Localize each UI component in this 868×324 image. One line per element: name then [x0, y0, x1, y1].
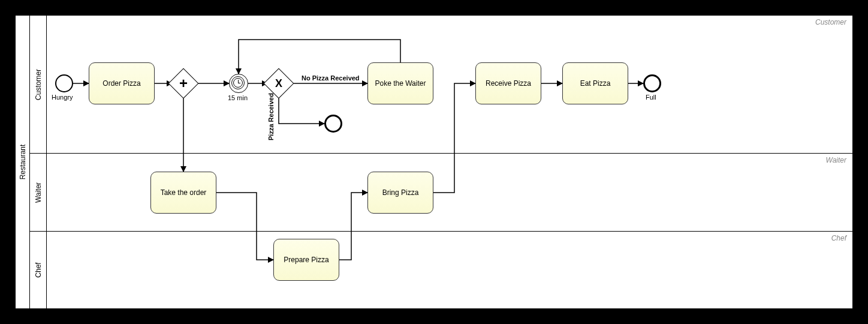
lane-header-waiter[interactable]: Waiter: [30, 154, 47, 231]
flow-label-pizza-received: Pizza Received: [267, 93, 275, 140]
task-label: Take the order: [161, 188, 207, 197]
task-eat-pizza[interactable]: Eat Pizza: [562, 62, 628, 104]
task-label: Eat Pizza: [580, 79, 611, 88]
timer-event-label: 15 min: [228, 94, 248, 101]
lane-name-chef: Chef: [34, 262, 43, 277]
task-prepare-pizza[interactable]: Prepare Pizza: [273, 239, 339, 281]
start-event[interactable]: [55, 74, 73, 92]
pool-name: Restaurant: [19, 145, 27, 180]
start-event-label: Hungry: [52, 94, 73, 101]
lane-header-chef[interactable]: Chef: [30, 232, 47, 308]
task-label: Bring Pizza: [382, 188, 419, 197]
lane-echo-chef: Chef: [831, 234, 846, 242]
diagram-canvas: Restaurant Customer Customer Waiter Wait…: [0, 0, 868, 324]
lane-name-waiter: Waiter: [34, 182, 43, 202]
task-label: Prepare Pizza: [284, 256, 328, 264]
task-poke-waiter[interactable]: Poke the Waiter: [367, 62, 433, 104]
end-event[interactable]: [643, 74, 661, 92]
intermediate-end-event[interactable]: [324, 115, 342, 133]
task-bring-pizza[interactable]: Bring Pizza: [367, 172, 433, 214]
timer-event[interactable]: [229, 74, 248, 93]
lane-echo-customer: Customer: [815, 18, 846, 26]
task-label: Receive Pizza: [486, 79, 531, 88]
lane-header-customer[interactable]: Customer: [30, 16, 47, 153]
task-order-pizza[interactable]: Order Pizza: [89, 62, 155, 104]
end-event-label: Full: [646, 94, 656, 101]
pool-header[interactable]: Restaurant: [16, 16, 30, 308]
flow-label-no-pizza: No Pizza Received: [302, 74, 360, 82]
task-receive-pizza[interactable]: Receive Pizza: [475, 62, 541, 104]
bpmn-pool[interactable]: Restaurant Customer Customer Waiter Wait…: [15, 15, 853, 309]
lane-echo-waiter: Waiter: [826, 156, 846, 164]
task-take-order[interactable]: Take the order: [150, 172, 216, 214]
lane-chef[interactable]: Chef Chef: [30, 232, 852, 308]
task-label: Poke the Waiter: [375, 79, 426, 88]
lane-name-customer: Customer: [34, 68, 43, 100]
task-label: Order Pizza: [103, 79, 140, 88]
